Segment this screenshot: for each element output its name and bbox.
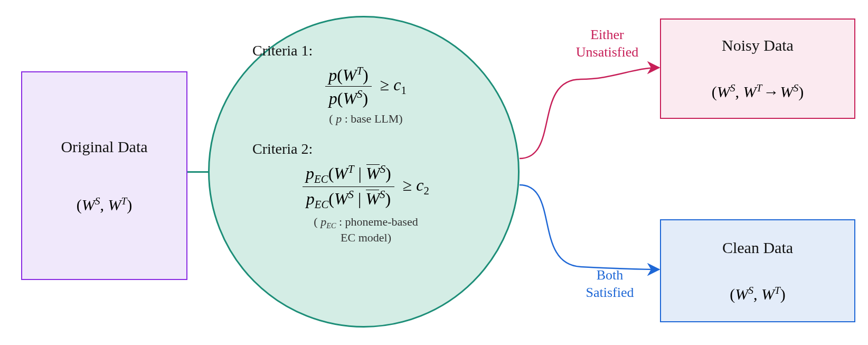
criteria-1-heading: Criteria 1: bbox=[252, 42, 479, 59]
criteria-2: Criteria 2: pEC(WT | WS) pEC(WS | WS) ≥c… bbox=[252, 141, 479, 244]
criteria-1-formula: p(WT) p(WS) ≥c1 bbox=[252, 64, 479, 108]
connector-original-to-criteria bbox=[187, 171, 209, 173]
noisy-data-expression: (WS, WT→WS) bbox=[712, 82, 804, 101]
clean-data-box: Clean Data (WS, WT) bbox=[660, 219, 855, 322]
clean-data-expression: (WS, WT) bbox=[730, 285, 786, 303]
criteria-2-note: ( pEC : phoneme-based EC model) bbox=[252, 215, 479, 244]
edge-label-satisfied: BothSatisfied bbox=[568, 267, 652, 301]
criteria-1: Criteria 1: p(WT) p(WS) ≥c1 ( p : base L… bbox=[252, 42, 479, 126]
criteria-1-note: ( p : base LLM) bbox=[252, 112, 479, 126]
original-data-title: Original Data bbox=[61, 138, 147, 156]
edge-label-unsatisfied: EitherUnsatisfied bbox=[560, 26, 655, 61]
criteria-2-formula: pEC(WT | WS) pEC(WS | WS) ≥c2 bbox=[252, 163, 479, 211]
original-data-box: Original Data (WS, WT) bbox=[21, 71, 187, 280]
clean-data-title: Clean Data bbox=[722, 239, 793, 257]
criteria-content: Criteria 1: p(WT) p(WS) ≥c1 ( p : base L… bbox=[252, 42, 479, 259]
criteria-2-heading: Criteria 2: bbox=[252, 141, 479, 157]
noisy-data-box: Noisy Data (WS, WT→WS) bbox=[660, 18, 855, 119]
arrow-to-noisy bbox=[520, 68, 659, 158]
original-data-expression: (WS, WT) bbox=[77, 195, 133, 214]
noisy-data-title: Noisy Data bbox=[722, 36, 794, 54]
arrow-to-clean bbox=[520, 185, 659, 269]
